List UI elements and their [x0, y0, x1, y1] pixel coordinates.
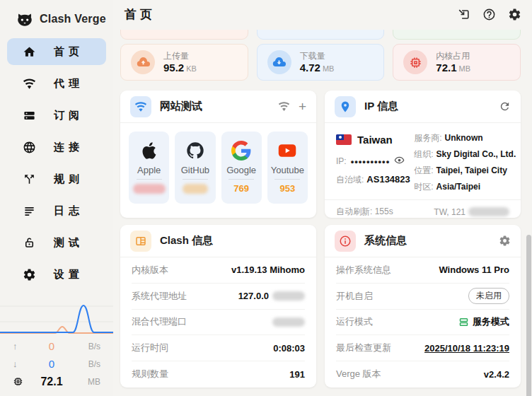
cpu-chip-icon [403, 50, 427, 74]
stat-unit: MB [459, 64, 471, 73]
sidebar-item-home[interactable]: 首页 [7, 38, 106, 65]
sidebar-item-label: 代理 [54, 77, 83, 91]
sidebar-item-profiles[interactable]: 订阅 [7, 102, 106, 129]
content-scroll-area: 上传量 95.2KB 下载量 4.72MB [113, 28, 532, 396]
sidebar-item-connections[interactable]: 连接 [7, 134, 106, 161]
redacted-value [272, 291, 305, 301]
sidebar-item-logs[interactable]: 日志 [7, 197, 106, 224]
google-icon [231, 140, 251, 161]
upload-speed-row: ↑ 0 B/s [13, 337, 100, 355]
sidebar-item-settings[interactable]: 设置 [7, 261, 106, 288]
youtube-icon [277, 140, 297, 161]
stat-label: 上传量 [163, 50, 197, 62]
memory-usage-unit: MB [79, 377, 100, 387]
ip-info-body: Taiwan IP: •••••••••• 自治域:AS134823 [325, 123, 521, 198]
download-sparkline-path [0, 305, 113, 332]
site-latency: 769 [233, 183, 249, 194]
system-info-rows: 操作系统信息 Windows 11 Pro 开机自启 未启用 运行模式 [325, 257, 521, 387]
autostart-status-badge[interactable]: 未启用 [468, 288, 509, 304]
stat-value: 72.1 [436, 62, 456, 74]
upload-total-card: 上传量 95.2KB [120, 44, 248, 81]
taiwan-flag-icon [336, 134, 352, 145]
country-name: Taiwan [357, 134, 393, 146]
upload-speed-value: 0 [24, 340, 79, 352]
test-all-icon[interactable] [278, 100, 290, 112]
ip-detail-org: 组织:Sky Digital Co., Ltd. [414, 148, 509, 161]
github-icon [185, 140, 205, 161]
app-window: Clash Verge 首页 代理 订阅 连接 规则 [0, 0, 532, 396]
system-settings-gear-icon[interactable] [499, 235, 511, 247]
server-stack-icon [22, 108, 36, 122]
clash-info-rows: 内核版本 v1.19.13 Mihomo 系统代理地址 127.0.0 混合代理… [120, 257, 316, 387]
sidebar-item-label: 首页 [54, 45, 83, 59]
eye-icon[interactable] [394, 155, 405, 168]
traffic-sparkline [0, 296, 113, 336]
site-name: Google [226, 165, 256, 175]
site-tile-github[interactable]: GitHub [175, 132, 215, 204]
site-tile-youtube[interactable]: Youtube 953 [267, 132, 308, 204]
info-row-autostart: 开机自启 未启用 [336, 283, 509, 309]
masked-ip: •••••••••• [351, 156, 391, 167]
stat-label: 内核占用 [436, 50, 470, 62]
info-row-verge-version: Verge 版本 v2.4.2 [336, 361, 509, 387]
sidebar-item-test[interactable]: 测试 [7, 229, 106, 256]
arrow-down-icon: ↓ [13, 359, 24, 369]
asn-value: AS134823 [366, 174, 410, 185]
main-panel: 首页 [113, 0, 532, 396]
sidebar-item-label: 测试 [54, 236, 83, 250]
sidebar-nav: 首页 代理 订阅 连接 规则 日志 [0, 35, 113, 288]
location-pin-icon [335, 96, 356, 117]
memory-chip-icon [13, 376, 24, 387]
upload-speed-unit: B/s [79, 342, 100, 351]
redacted-value [272, 318, 305, 327]
peek-card [393, 30, 521, 40]
refresh-icon[interactable] [499, 100, 511, 112]
site-name: GitHub [181, 165, 209, 175]
site-name: Apple [137, 165, 161, 175]
system-info-card: 系统信息 操作系统信息 Windows 11 Pro 开机自启 [325, 225, 521, 388]
card-title: IP 信息 [364, 100, 398, 113]
memory-usage-value: 72.1 [24, 375, 79, 388]
settings-gear-icon[interactable] [505, 5, 524, 23]
help-icon[interactable] [480, 5, 498, 23]
scrollbar-thumb[interactable] [526, 235, 531, 396]
cloud-upload-icon [131, 50, 155, 74]
info-circle-icon [335, 231, 356, 252]
sidebar-item-proxy[interactable]: 代理 [7, 70, 106, 97]
site-name: Youtube [271, 165, 304, 175]
sidebar: Clash Verge 首页 代理 订阅 连接 规则 [0, 0, 113, 396]
info-row-uptime: 运行时间 0:08:03 [132, 334, 305, 361]
card-title: 系统信息 [364, 234, 407, 248]
peek-card [120, 30, 248, 40]
ip-footer-coords: TW, 121 [434, 207, 466, 217]
ip-info-footer: 自动刷新: 155s TW, 121 [325, 199, 521, 223]
topbar-actions [454, 5, 524, 23]
add-site-icon[interactable]: + [299, 100, 306, 113]
run-mode-value: 服务模式 [473, 315, 509, 328]
info-row-os: 操作系统信息 Windows 11 Pro [336, 257, 509, 283]
lightweight-mode-icon[interactable] [454, 5, 473, 23]
sidebar-item-label: 订阅 [54, 109, 83, 122]
wifi-test-icon [130, 96, 151, 117]
memory-usage-row[interactable]: 72.1 MB [13, 373, 100, 390]
sidebar-item-label: 设置 [54, 268, 83, 281]
gear-icon [22, 267, 36, 281]
site-tile-apple[interactable]: Apple [129, 132, 169, 204]
site-tiles: Apple GitHub [120, 123, 316, 212]
stat-unit: MB [323, 64, 335, 73]
auto-refresh-text: 自动刷新: 155s [336, 206, 393, 218]
info-row-proxy-address[interactable]: 系统代理地址 127.0.0 [132, 283, 305, 309]
sidebar-item-rules[interactable]: 规则 [7, 165, 106, 192]
branch-icon [22, 172, 36, 186]
stat-unit: KB [186, 64, 197, 73]
site-tile-google[interactable]: Google 769 [221, 132, 262, 204]
stat-card-row: 上传量 95.2KB 下载量 4.72MB [120, 44, 521, 81]
info-row-mixed-port[interactable]: 混合代理端口 [132, 309, 305, 335]
redacted-latency [133, 184, 166, 194]
stat-value: 4.72 [300, 62, 320, 74]
last-check-update-link[interactable]: 2025/10/18 11:23:19 [424, 343, 509, 354]
download-speed-value: 0 [24, 358, 79, 370]
clash-info-card: Clash 信息 内核版本 v1.19.13 Mihomo 系统代理地址 127… [120, 225, 316, 388]
card-title: Clash 信息 [160, 234, 213, 248]
sidebar-traffic-panel: ↑ 0 B/s ↓ 0 B/s 72.1 MB [0, 296, 113, 396]
